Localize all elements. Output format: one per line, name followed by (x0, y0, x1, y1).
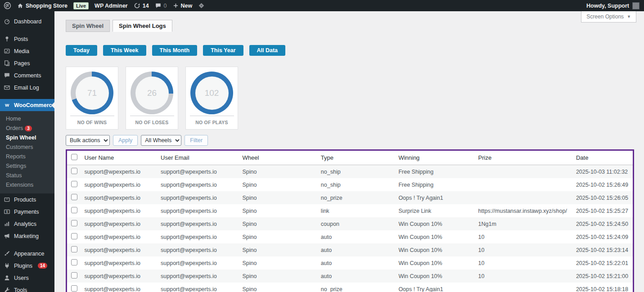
sidebar-item-label: Email Log (14, 85, 39, 91)
submenu-item-customers[interactable]: Customers (0, 143, 54, 152)
table-row: support@wpexperts.iosupport@wpexperts.io… (67, 204, 634, 217)
sidebar-item-woocommerce[interactable]: WWooCommerce (0, 99, 54, 111)
table-row: support@wpexperts.iosupport@wpexperts.io… (67, 243, 634, 256)
row-checkbox[interactable] (71, 272, 77, 279)
table-cell: no_prize (316, 283, 394, 292)
sidebar-item-label: Pages (14, 60, 30, 67)
table-cell: Spino (238, 283, 316, 292)
sidebar-item-analytics[interactable]: Analytics (0, 218, 54, 230)
table-cell: 2025-10-02 15:18:18 (572, 283, 634, 292)
sidebar-item-label: WooCommerce (14, 102, 55, 108)
apply-button[interactable]: Apply (113, 135, 138, 146)
screen-options-label: Screen Options (586, 13, 624, 20)
row-checkbox[interactable] (71, 246, 77, 252)
column-header-date: Date (572, 150, 634, 165)
tab-spin-wheel[interactable]: Spin Wheel (66, 20, 110, 32)
filter-button[interactable]: Filter (185, 135, 208, 146)
sidebar-item-pages[interactable]: Pages (0, 57, 54, 69)
submenu-item-home[interactable]: Home (0, 114, 54, 124)
table-cell: 2025-10-02 15:23:14 (572, 243, 634, 256)
table-cell: Spino (238, 191, 316, 204)
stat-label: NO OF PLAYS (195, 120, 228, 125)
comments-link[interactable]: 0 (155, 2, 167, 9)
bulk-actions-select[interactable]: Bulk actions (66, 135, 110, 146)
site-name: Shopping Store (26, 3, 68, 9)
table-cell: support@wpexperts.io (80, 283, 156, 292)
menu-section: WWooCommerceHomeOrders3Spin WheelCustome… (0, 99, 54, 242)
donut-chart: 102 (190, 72, 233, 114)
table-cell: https://mustansar.instawp.xyz/shop/ (474, 204, 572, 217)
sidebar-item-media[interactable]: Media (0, 45, 54, 57)
row-checkbox[interactable] (71, 220, 77, 226)
gem-icon[interactable] (198, 2, 205, 9)
plugin-icon (4, 262, 10, 269)
screen-options-button[interactable]: Screen Options ▼ (581, 11, 636, 22)
filter-button-this-week[interactable]: This Week (103, 45, 146, 56)
table-row: support@wpexperts.iosupport@wpexperts.io… (67, 191, 634, 204)
submenu-item-status[interactable]: Status (0, 171, 54, 180)
submenu-item-spin-wheel[interactable]: Spin Wheel (0, 133, 54, 143)
select-all-checkbox[interactable] (71, 154, 77, 160)
stat-card-no-of-plays: 102NO OF PLAYS (185, 67, 238, 130)
svg-text:$: $ (6, 210, 8, 214)
filter-button-today[interactable]: Today (66, 45, 97, 56)
wp-adminer-link[interactable]: WP Adminer (95, 3, 128, 9)
plus-icon (173, 3, 179, 9)
sidebar-item-label: Plugins (14, 263, 32, 269)
column-header-user-email: User Email (156, 150, 238, 165)
table-cell: Oops ! Try Again1 (394, 283, 473, 292)
tab-spin-wheel-logs[interactable]: Spin Wheel Logs (113, 20, 172, 32)
sidebar-item-tools[interactable]: Tools (0, 284, 54, 292)
sidebar-item-comments[interactable]: Comments (0, 69, 54, 81)
column-header-user-name: User Name (80, 150, 156, 165)
table-row: support@wpexperts.iosupport@wpexperts.io… (67, 178, 634, 191)
row-checkbox[interactable] (71, 207, 77, 213)
table-cell: Spino (238, 178, 316, 191)
table-cell: support@wpexperts.io (156, 178, 238, 191)
column-header-wheel: Wheel (238, 150, 316, 165)
sidebar-item-users[interactable]: Users (0, 272, 54, 284)
stat-card-no-of-wins: 71NO OF WINS (66, 67, 118, 130)
wheels-filter-select[interactable]: All Wheels (141, 135, 181, 146)
wordpress-logo-icon[interactable] (4, 2, 11, 9)
row-checkbox[interactable] (71, 259, 77, 265)
dashboard-icon (4, 18, 10, 25)
filter-button-this-year[interactable]: This Year (203, 45, 243, 56)
sidebar-item-payments[interactable]: $Payments (0, 206, 54, 218)
submenu-item-extensions[interactable]: Extensions (0, 180, 54, 190)
filter-button-this-month[interactable]: This Month (152, 45, 198, 56)
sidebar-item-plugins[interactable]: Plugins14 (0, 260, 54, 272)
live-badge: Live (73, 2, 89, 9)
comment-icon (4, 72, 10, 79)
sidebar-item-appearance[interactable]: Appearance (0, 247, 54, 260)
table-cell: 2025-10-02 15:21:00 (572, 270, 634, 283)
pages-icon (4, 60, 10, 67)
stat-label: NO OF LOSES (135, 120, 169, 125)
howdy-link[interactable]: Howdy, Support (586, 3, 629, 9)
sidebar-item-email-log[interactable]: Email Log (0, 81, 54, 94)
new-content-link[interactable]: New (173, 3, 193, 9)
media-icon (4, 48, 10, 54)
menu-section: AppearancePlugins14UsersToolsSettings (0, 247, 54, 292)
submenu-item-settings[interactable]: Settings (0, 162, 54, 171)
site-name-link[interactable]: Shopping Store (17, 3, 68, 9)
avatar[interactable] (632, 2, 639, 9)
sidebar-item-marketing[interactable]: Marketing (0, 230, 54, 242)
row-checkbox[interactable] (71, 181, 77, 187)
submenu-item-orders[interactable]: Orders3 (0, 124, 54, 133)
row-checkbox[interactable] (71, 233, 77, 239)
row-checkbox[interactable] (71, 285, 77, 292)
submenu-item-reports[interactable]: Reports (0, 152, 54, 162)
row-checkbox[interactable] (71, 194, 77, 200)
table-row: support@wpexperts.iosupport@wpexperts.io… (67, 217, 634, 230)
row-checkbox[interactable] (71, 168, 77, 174)
filter-button-all-data[interactable]: All Data (249, 45, 286, 56)
updates-link[interactable]: 14 (134, 2, 149, 9)
sidebar-item-dashboard[interactable]: Dashboard (0, 15, 54, 27)
table-cell: support@wpexperts.io (80, 270, 156, 283)
sidebar-item-products[interactable]: Products (0, 193, 54, 206)
table-cell: support@wpexperts.io (156, 256, 238, 270)
table-cell: Free Shipping (394, 165, 473, 179)
chevron-down-icon: ▼ (627, 14, 631, 19)
sidebar-item-posts[interactable]: Posts (0, 33, 54, 45)
